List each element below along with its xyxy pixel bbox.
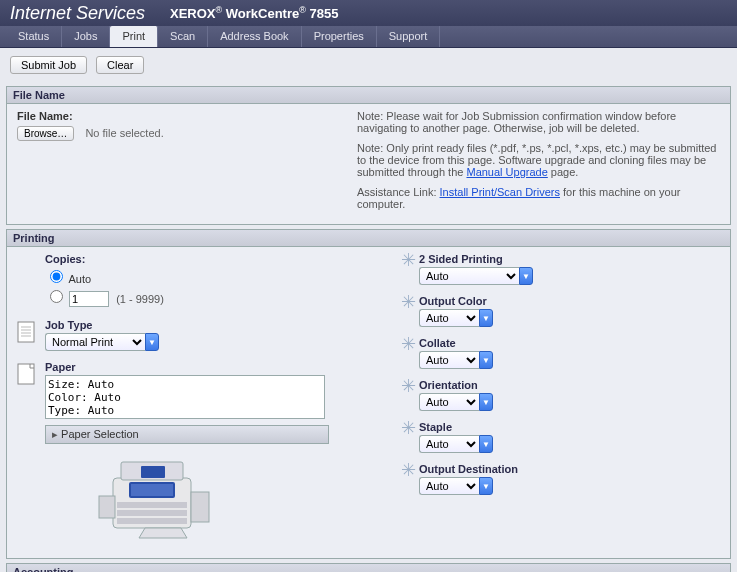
install-drivers-link[interactable]: Install Print/Scan Drivers: [440, 186, 560, 198]
browse-button[interactable]: Browse…: [17, 126, 74, 141]
collate-select[interactable]: Auto: [419, 351, 479, 369]
action-toolbar: Submit Job Clear: [0, 48, 737, 82]
svg-rect-11: [99, 496, 115, 518]
asterisk-icon: ✳: [397, 253, 419, 267]
tab-jobs[interactable]: Jobs: [62, 26, 110, 47]
copies-range-hint: (1 - 9999): [116, 293, 164, 305]
chevron-down-icon: ▼: [479, 309, 493, 327]
orientation-label: Orientation: [419, 379, 720, 391]
document-icon: [17, 321, 39, 343]
copies-auto-radio[interactable]: [50, 270, 63, 283]
brand-title: Internet Services: [10, 3, 170, 24]
orientation-select[interactable]: Auto: [419, 393, 479, 411]
manual-upgrade-link[interactable]: Manual Upgrade: [466, 166, 547, 178]
accounting-panel-header: Accounting: [7, 564, 730, 572]
no-file-text: No file selected.: [85, 127, 163, 139]
chevron-down-icon: ▼: [519, 267, 533, 285]
two-sided-label: 2 Sided Printing: [419, 253, 720, 265]
asterisk-icon: ✳: [397, 379, 419, 393]
svg-rect-14: [117, 518, 187, 524]
paper-summary-textarea[interactable]: Size: Auto Color: Auto Type: Auto: [45, 375, 325, 419]
filename-panel-header: File Name: [7, 87, 730, 104]
printing-panel-header: Printing: [7, 230, 730, 247]
staple-label: Staple: [419, 421, 720, 433]
note-filetypes: Note: Only print ready files (*.pdf, *.p…: [357, 142, 720, 178]
copies-label: Copies:: [45, 253, 397, 265]
two-sided-select[interactable]: Auto: [419, 267, 519, 285]
chevron-down-icon: ▼: [479, 351, 493, 369]
filename-label: File Name:: [17, 110, 357, 122]
clear-button[interactable]: Clear: [96, 56, 144, 74]
printing-panel: Printing Copies: Auto: [6, 229, 731, 559]
svg-rect-8: [141, 466, 165, 478]
output-color-label: Output Color: [419, 295, 720, 307]
submit-job-button[interactable]: Submit Job: [10, 56, 87, 74]
tab-status[interactable]: Status: [6, 26, 62, 47]
tab-address-book[interactable]: Address Book: [208, 26, 301, 47]
svg-rect-15: [191, 492, 209, 522]
chevron-down-icon: ▼: [145, 333, 159, 351]
copies-number-input[interactable]: [69, 291, 109, 307]
accounting-panel: Accounting 0000 User ID Account Type Def…: [6, 563, 731, 572]
tab-print[interactable]: Print: [110, 26, 158, 47]
output-color-select[interactable]: Auto: [419, 309, 479, 327]
asterisk-icon: ✳: [397, 337, 419, 351]
tab-scan[interactable]: Scan: [158, 26, 208, 47]
svg-rect-13: [117, 510, 187, 516]
svg-rect-0: [18, 322, 34, 342]
asterisk-icon: ✳: [397, 295, 419, 309]
paper-icon: [17, 363, 39, 385]
collate-label: Collate: [419, 337, 720, 349]
paper-selection-button[interactable]: Paper Selection: [45, 425, 329, 444]
output-destination-select[interactable]: Auto: [419, 477, 479, 495]
copies-auto-label: Auto: [68, 273, 91, 285]
note-wait: Note: Please wait for Job Submission con…: [357, 110, 720, 134]
assistance-line: Assistance Link: Install Print/Scan Driv…: [357, 186, 720, 210]
top-banner: Internet Services XEROX® WorkCentre® 785…: [0, 0, 737, 26]
printer-illustration-icon: [95, 452, 225, 542]
chevron-down-icon: ▼: [479, 477, 493, 495]
paper-label: Paper: [45, 361, 397, 373]
copies-number-radio[interactable]: [50, 290, 63, 303]
output-destination-label: Output Destination: [419, 463, 720, 475]
job-type-select[interactable]: Normal Print: [45, 333, 145, 351]
device-model: XEROX® WorkCentre® 7855: [170, 5, 338, 21]
svg-rect-12: [117, 502, 187, 508]
svg-rect-5: [18, 364, 34, 384]
chevron-down-icon: ▼: [479, 435, 493, 453]
asterisk-icon: ✳: [397, 463, 419, 477]
staple-select[interactable]: Auto: [419, 435, 479, 453]
asterisk-icon: ✳: [397, 421, 419, 435]
tab-properties[interactable]: Properties: [302, 26, 377, 47]
chevron-down-icon: ▼: [479, 393, 493, 411]
tab-support[interactable]: Support: [377, 26, 441, 47]
job-type-label: Job Type: [45, 319, 397, 331]
main-nav: Status Jobs Print Scan Address Book Prop…: [0, 26, 737, 48]
svg-rect-10: [131, 484, 173, 496]
filename-panel: File Name File Name: Browse… No file sel…: [6, 86, 731, 225]
svg-marker-16: [139, 528, 187, 538]
